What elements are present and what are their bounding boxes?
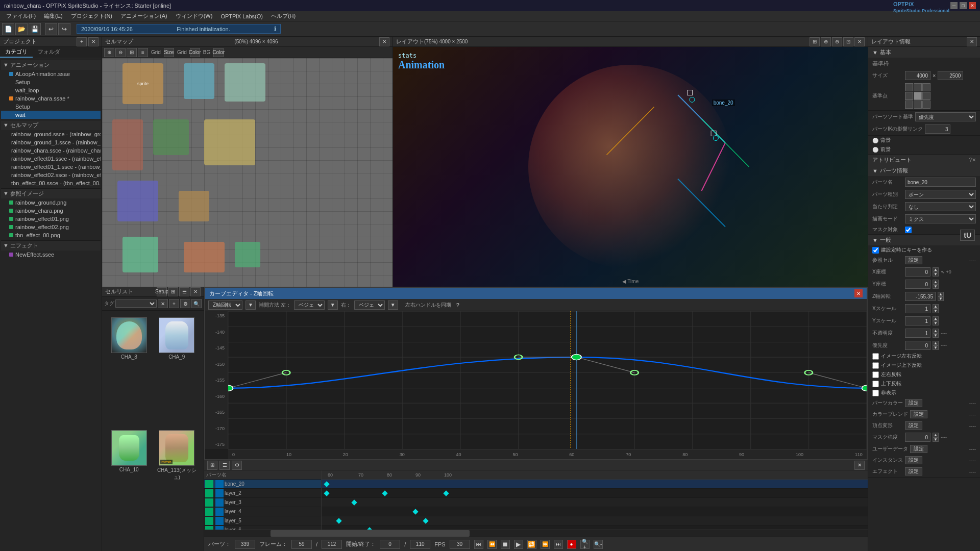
rp-mask-checkbox[interactable]	[905, 227, 912, 233]
origin-bc[interactable]	[914, 101, 922, 109]
rp-maskint-up[interactable]: ▲	[933, 433, 939, 437]
minimize-button[interactable]: ─	[950, 2, 958, 9]
tree-img-effect02[interactable]: rainbow_effect02.png	[1, 223, 101, 231]
tree-item-chara-ssce[interactable]: rainbow_chara.ssce - (rainbow_chara...	[1, 146, 101, 155]
timeline-scrollbar[interactable]	[204, 530, 868, 537]
origin-bl[interactable]	[905, 101, 913, 109]
close-button[interactable]: ✕	[969, 2, 976, 9]
anim-close-btn[interactable]: ✕	[854, 37, 865, 46]
rp-yscale-up[interactable]: ▲	[933, 316, 939, 321]
rp-opacity-up[interactable]: ▲	[933, 329, 939, 333]
interp-right-select[interactable]: ベジェ	[354, 300, 385, 310]
record-btn[interactable]: ●	[567, 540, 576, 549]
play-loop-btn[interactable]: 🔁	[527, 540, 536, 549]
cell-grid-btn[interactable]: ⊞	[168, 287, 178, 296]
rp-partsort-select[interactable]: 優先度	[915, 112, 976, 121]
rp-zrot-down[interactable]: ▼	[938, 296, 944, 301]
rp-fliph-checkbox[interactable]	[872, 353, 879, 360]
go-first-btn[interactable]: ⏮	[474, 540, 483, 549]
tag-add-btn[interactable]: +	[169, 299, 179, 308]
rp-close-btn[interactable]: ✕	[967, 37, 977, 46]
save-button[interactable]: 💾	[29, 23, 41, 35]
tree-item-tbn[interactable]: tbn_effect_00.ssce - (tbn_effect_00.png	[1, 179, 101, 187]
rp-y-down[interactable]: ▼	[933, 284, 939, 289]
menu-window[interactable]: ウィンドウ(W)	[172, 11, 217, 21]
tab-folder[interactable]: フォルダ	[33, 47, 65, 58]
tag-select[interactable]	[115, 299, 157, 308]
anim-fit-btn[interactable]: ⊡	[843, 37, 853, 46]
tree-item-ground[interactable]: rainbow_ground.ssce - (rainbow_gro...	[1, 130, 101, 138]
rp-partname-input[interactable]	[905, 178, 976, 187]
cellmap-close-btn[interactable]: ✕	[379, 37, 389, 46]
tag-settings-btn[interactable]: ⚙	[180, 299, 190, 308]
rp-colorblend-setbtn[interactable]: 設定	[910, 410, 927, 418]
tree-effect[interactable]: NewEffect.ssee	[1, 251, 101, 259]
rp-maskint-down[interactable]: ▼	[933, 437, 939, 442]
project-add-button[interactable]: +	[77, 37, 87, 46]
tree-img-tbn[interactable]: tbn_effect_00.png	[1, 231, 101, 239]
tree-item-chara[interactable]: rainbow_chara.ssae *	[1, 94, 101, 103]
list-view-btn[interactable]: ≡	[138, 48, 148, 57]
cell-list-btn[interactable]: ☰	[179, 287, 189, 296]
rp-priority-input[interactable]	[905, 341, 930, 350]
menu-help[interactable]: ヘルプ(H)	[267, 11, 300, 21]
origin-ml[interactable]	[905, 92, 913, 100]
tl-row-1[interactable]: bone_20	[204, 480, 321, 489]
zoom-tl-out[interactable]: 🔍-	[594, 540, 603, 549]
interp-left-select[interactable]: ベジェ	[294, 300, 325, 310]
go-last-btn[interactable]: ⏭	[554, 540, 563, 549]
rp-yscale-down[interactable]: ▼	[933, 321, 939, 325]
origin-br[interactable]	[922, 101, 930, 109]
menu-project[interactable]: プロジェクト(N)	[67, 11, 116, 21]
cell-setup-btn[interactable]: Setup	[157, 287, 167, 296]
tl-close-btn[interactable]: ✕	[854, 461, 865, 470]
curve-editor-close-btn[interactable]: ✕	[854, 289, 863, 297]
rp-fliplr-checkbox[interactable]	[872, 371, 879, 378]
open-button[interactable]: 📂	[15, 23, 28, 35]
rp-xscale-down[interactable]: ▼	[933, 309, 939, 313]
tree-item-loop[interactable]: ALoopAnimation.ssae	[1, 70, 101, 78]
rp-opacity-down[interactable]: ▼	[933, 333, 939, 338]
tree-item-ground1[interactable]: rainbow_ground_1.ssce - (rainbow_g...	[1, 138, 101, 146]
interp-left-dropdown[interactable]: ▼	[328, 300, 338, 310]
rp-createkey-checkbox[interactable]	[872, 247, 879, 254]
attribute-select[interactable]: Z軸回転	[208, 300, 242, 310]
play-btn[interactable]: ▶	[514, 540, 523, 549]
redo-button[interactable]: ↪	[58, 23, 70, 35]
tree-item-effect01[interactable]: rainbow_effect01.ssce - (rainbow_effe...	[1, 155, 101, 163]
zoom-tl-in[interactable]: 🔍+	[580, 540, 590, 549]
maximize-button[interactable]: □	[960, 2, 967, 9]
tl-btn2[interactable]: ☰	[219, 461, 230, 470]
tag-clear-btn[interactable]: ✕	[158, 299, 168, 308]
zoom-in-btn[interactable]: ⊕	[104, 48, 114, 57]
menu-animation[interactable]: アニメーション(A)	[116, 11, 172, 21]
rp-zrot-up[interactable]: ▲	[938, 292, 944, 296]
tl-btn3[interactable]: ⚙	[232, 461, 242, 470]
anim-zoom-in[interactable]: ⊕	[821, 37, 831, 46]
rp-yscale-input[interactable]	[905, 316, 930, 325]
menu-edit[interactable]: 編集(E)	[40, 11, 67, 21]
rp-refcell-setbtn[interactable]: 設定	[905, 256, 922, 264]
tree-img-ground[interactable]: rainbow_ground.png	[1, 198, 101, 207]
interp-right-dropdown[interactable]: ▼	[388, 300, 398, 310]
tree-item-wait-loop[interactable]: wait_loop	[1, 86, 101, 94]
tl-row-2[interactable]: layer_2	[204, 489, 321, 498]
tl-row-6[interactable]: layer_6	[204, 525, 321, 530]
rp-partlink-input[interactable]	[925, 124, 950, 134]
tree-img-chara[interactable]: rainbow_chara.png	[1, 207, 101, 215]
cell-item-cha113[interactable]: mesh CHA_113(メッシュ)	[154, 428, 200, 547]
origin-tc[interactable]	[914, 83, 922, 91]
undo-button[interactable]: ↩	[45, 23, 57, 35]
rp-hit-select[interactable]: なし	[905, 202, 976, 211]
rp-instance-setbtn[interactable]: 設定	[905, 456, 922, 464]
menu-file[interactable]: ファイル(F)	[2, 11, 40, 21]
origin-tl[interactable]	[905, 83, 913, 91]
stop-btn[interactable]: ⏹	[501, 540, 510, 549]
end-frame-input[interactable]	[410, 540, 430, 549]
tree-item-effect02[interactable]: rainbow_effect02.ssce - (rainbow_effe...	[1, 171, 101, 179]
cell-close-btn[interactable]: ✕	[190, 287, 201, 296]
new-button[interactable]: 📄	[2, 23, 14, 35]
cell-item-cha8[interactable]: CHA_8	[106, 315, 152, 425]
zoom-out-btn[interactable]: ⊖	[115, 48, 126, 57]
current-frame-input[interactable]	[291, 540, 312, 549]
